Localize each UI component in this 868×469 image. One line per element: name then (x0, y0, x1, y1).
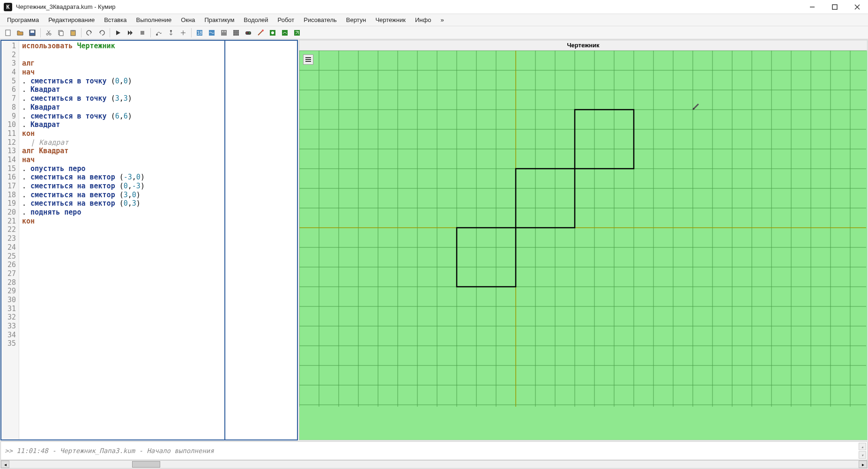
code-line[interactable]: использовать Чертежник (22, 42, 222, 51)
code-editor[interactable]: использовать Чертежникалгнач. сместиться… (19, 41, 225, 439)
step-over-button[interactable] (154, 28, 164, 38)
redo-button[interactable] (96, 28, 107, 38)
svg-rect-26 (224, 31, 226, 32)
svg-rect-93 (516, 169, 575, 228)
code-line[interactable]: кон (22, 217, 222, 226)
menu-рисователь[interactable]: Рисователь (299, 15, 341, 25)
code-line[interactable]: . опустить перо (22, 164, 222, 173)
step-into-button[interactable] (166, 28, 176, 38)
code-line[interactable] (22, 296, 222, 305)
console-scroll-up[interactable]: ▴ (859, 443, 866, 450)
actor-game-button[interactable] (243, 28, 253, 38)
canvas-panel: Чертежник (299, 40, 868, 440)
code-line[interactable]: . сместиться в точку (3,3) (22, 94, 222, 103)
menu-редактирование[interactable]: Редактирование (44, 15, 99, 25)
code-line[interactable] (22, 331, 222, 340)
stop-button[interactable] (137, 28, 148, 38)
code-line[interactable]: . сместиться на вектор (3,0) (22, 191, 222, 200)
run-button[interactable] (113, 28, 123, 38)
cut-button[interactable] (44, 28, 54, 38)
code-line[interactable] (22, 234, 222, 243)
code-line[interactable] (22, 287, 222, 296)
code-line[interactable]: кон (22, 129, 222, 138)
svg-rect-27 (233, 30, 239, 36)
code-line[interactable] (22, 305, 222, 313)
code-line[interactable]: . сместиться на вектор (-3,0) (22, 173, 222, 182)
menu-вертун[interactable]: Вертун (342, 15, 371, 25)
svg-point-36 (262, 30, 264, 31)
menu-выполнение[interactable]: Выполнение (132, 15, 176, 25)
menu-робот[interactable]: Робот (274, 15, 299, 25)
menu-водолей[interactable]: Водолей (239, 15, 272, 25)
code-line[interactable]: алг Квадрат (22, 147, 222, 156)
code-line[interactable] (22, 225, 222, 234)
save-file-button[interactable] (27, 28, 37, 38)
menu-чертежник[interactable]: Чертежник (371, 15, 410, 25)
window-title: Чертежник_3Квадрата.kum - Кумир (16, 3, 805, 10)
canvas-menu-button[interactable] (303, 54, 313, 65)
code-line[interactable]: . сместиться в точку (0,0) (22, 77, 222, 86)
svg-text:18: 18 (197, 30, 202, 36)
menu-вставка[interactable]: Вставка (100, 15, 131, 25)
svg-rect-24 (221, 30, 227, 36)
minimize-button[interactable] (805, 2, 819, 12)
actor-drafter-button[interactable] (292, 28, 302, 38)
actor-kuznechik-button[interactable] (280, 28, 290, 38)
open-file-button[interactable] (15, 28, 25, 38)
actor-robot-button[interactable] (219, 28, 229, 38)
paste-button[interactable] (68, 28, 78, 38)
code-line[interactable]: | Квадрат (22, 138, 222, 147)
menu-окна[interactable]: Окна (177, 15, 199, 25)
titlebar: К Чертежник_3Квадрата.kum - Кумир (0, 0, 868, 14)
code-line[interactable]: . Квадрат (22, 85, 222, 94)
scroll-thumb[interactable] (132, 461, 160, 468)
code-line[interactable] (22, 322, 222, 331)
code-line[interactable] (22, 269, 222, 278)
actor-a-button[interactable]: 18 (194, 28, 205, 38)
code-line[interactable]: . Квадрат (22, 120, 222, 129)
menu-»[interactable]: » (436, 15, 448, 25)
console[interactable]: >> 11:01:48 - Чертежник_Папа3.kum - Нача… (0, 441, 868, 460)
close-button[interactable] (850, 2, 864, 12)
run-fast-button[interactable] (125, 28, 135, 38)
canvas-body[interactable] (299, 51, 867, 440)
svg-rect-1 (832, 5, 837, 9)
code-line[interactable]: алг (22, 59, 222, 68)
menu-практикум[interactable]: Практикум (200, 15, 238, 25)
actor-painter-button[interactable] (255, 28, 266, 38)
code-line[interactable]: . сместиться на вектор (0,3) (22, 199, 222, 208)
svg-rect-92 (457, 228, 516, 287)
console-scroll-down[interactable]: ▾ (859, 451, 866, 459)
actor-vertun-button[interactable] (267, 28, 278, 38)
code-line[interactable] (22, 278, 222, 287)
code-line[interactable] (22, 261, 222, 269)
editor-panel: 1234567891011121314151617181920212223242… (0, 40, 298, 440)
code-line[interactable] (22, 339, 222, 348)
actor-vodoley-button[interactable] (207, 28, 217, 38)
code-line[interactable] (22, 243, 222, 252)
code-line[interactable] (22, 51, 222, 60)
code-line[interactable] (22, 252, 222, 261)
undo-button[interactable] (84, 28, 95, 38)
code-line[interactable]: . сместиться в точку (6,6) (22, 112, 222, 121)
svg-point-17 (170, 30, 172, 32)
code-line[interactable]: . сместиться на вектор (0,-3) (22, 182, 222, 191)
code-line[interactable]: нач (22, 156, 222, 164)
actor-grid-button[interactable] (231, 28, 241, 38)
app-icon: К (4, 3, 12, 11)
scroll-right-button[interactable]: ▸ (859, 461, 867, 468)
svg-rect-14 (72, 30, 74, 31)
step-to-cursor-button[interactable] (178, 28, 188, 38)
new-file-button[interactable] (3, 28, 13, 38)
horizontal-scrollbar[interactable]: ◂ ▸ (0, 460, 868, 469)
scroll-left-button[interactable]: ◂ (1, 461, 9, 468)
copy-button[interactable] (56, 28, 66, 38)
code-line[interactable] (22, 313, 222, 322)
code-line[interactable]: . Квадрат (22, 103, 222, 112)
menu-инфо[interactable]: Инфо (411, 15, 435, 25)
code-line[interactable]: нач (22, 68, 222, 77)
maximize-button[interactable] (828, 2, 842, 12)
code-line[interactable]: . поднять перо (22, 208, 222, 217)
svg-rect-4 (6, 30, 10, 36)
menu-программа[interactable]: Программа (3, 15, 43, 25)
